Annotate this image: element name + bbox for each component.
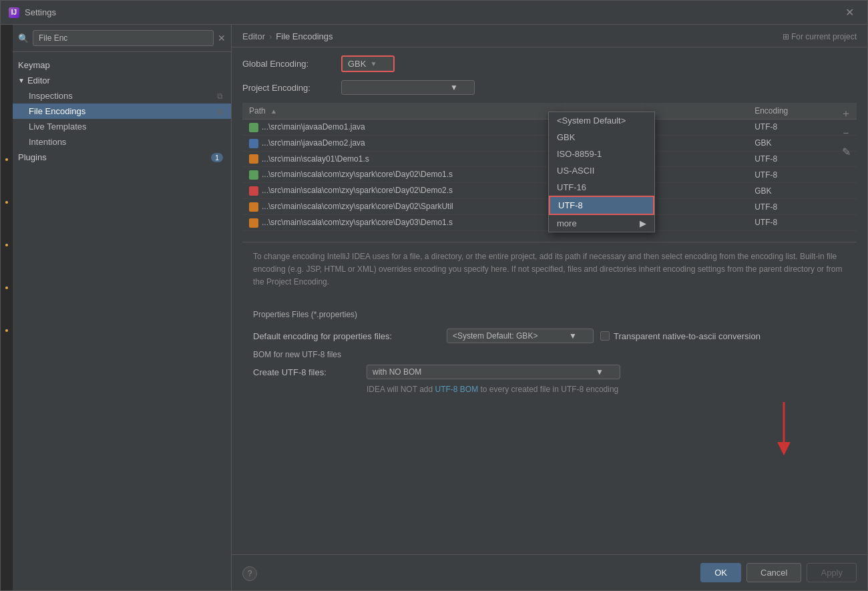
file-icon-green-2	[249, 170, 258, 180]
bom-label: BOM for new UTF-8 files	[253, 350, 846, 359]
marker-2	[5, 201, 8, 204]
search-clear-button[interactable]: ✕	[218, 33, 226, 43]
sidebar: 🔍 ✕ Keymap ▼ Editor Inspections ⧉ File E…	[13, 25, 232, 590]
dropdown-option-gbk[interactable]: GBK	[549, 129, 654, 146]
cancel-button[interactable]: Cancel	[746, 563, 801, 582]
dropdown-arrow-icon: ▼	[370, 60, 377, 67]
app-icon: IJ	[9, 7, 19, 18]
main-content: 🔍 ✕ Keymap ▼ Editor Inspections ⧉ File E…	[1, 25, 867, 590]
project-encoding-dropdown[interactable]: ▼	[341, 80, 475, 95]
sidebar-item-keymap-label: Keymap	[18, 60, 50, 70]
properties-encoding-label: Default encoding for properties files:	[253, 331, 440, 341]
global-encoding-value: GBK	[348, 59, 366, 69]
ok-label: OK	[714, 568, 727, 578]
remove-row-button[interactable]: －	[838, 125, 854, 142]
bom-dropdown[interactable]: with NO BOM ▼	[367, 365, 620, 379]
table-actions: ＋ － ✎	[835, 103, 857, 162]
file-icon-orange-2	[249, 202, 258, 212]
encoding-dropdown-menu: <System Default> GBK ISO-8859-1 US-ASCII…	[548, 112, 655, 232]
cancel-label: Cancel	[761, 568, 787, 578]
sidebar-live-templates-label: Live Templates	[29, 122, 86, 132]
breadcrumb-current: File Encodings	[276, 31, 333, 41]
sidebar-file-encodings-label: File Encodings	[29, 106, 85, 116]
arrow-indicator	[774, 399, 794, 461]
sidebar-item-keymap[interactable]: Keymap	[13, 57, 231, 73]
sidebar-item-plugins[interactable]: Plugins 1	[13, 150, 231, 165]
transparent-checkbox-row: Transparent native-to-ascii conversion	[600, 331, 761, 341]
sidebar-plugins-label: Plugins	[18, 152, 47, 162]
add-row-button[interactable]: ＋	[838, 106, 854, 122]
dropdown-option-usascii[interactable]: US-ASCII	[549, 162, 654, 179]
file-icon-orange-3	[249, 218, 258, 228]
title-bar: IJ Settings ✕	[1, 1, 867, 25]
close-button[interactable]: ✕	[840, 3, 859, 21]
sidebar-tree: Keymap ▼ Editor Inspections ⧉ File Encod…	[13, 52, 231, 590]
file-icon-red	[249, 186, 258, 196]
search-bar: 🔍 ✕	[13, 25, 231, 52]
description-text: To change encoding IntelliJ IDEA uses fo…	[242, 242, 857, 297]
properties-encoding-row: Default encoding for properties files: <…	[242, 325, 857, 347]
search-input[interactable]	[33, 30, 214, 46]
bom-create-label: Create UTF-8 files:	[253, 367, 360, 377]
sidebar-item-editor[interactable]: ▼ Editor	[13, 73, 231, 88]
dialog-title: Settings	[25, 7, 840, 17]
edit-row-button[interactable]: ✎	[838, 144, 854, 160]
dropdown-option-system-default[interactable]: <System Default>	[549, 112, 654, 129]
sidebar-item-intentions[interactable]: Intentions	[13, 134, 231, 150]
sidebar-inspections-label: Inspections	[29, 91, 73, 101]
breadcrumb-editor: Editor	[242, 31, 265, 41]
panel-header: Editor › File Encodings ⊞ For current pr…	[232, 25, 867, 47]
settings-dialog: IJ Settings ✕ 🔍 ✕ Keymap	[0, 0, 868, 591]
sidebar-intentions-label: Intentions	[29, 137, 66, 147]
sidebar-item-editor-label: Editor	[27, 75, 50, 85]
right-panel: Editor › File Encodings ⊞ For current pr…	[232, 25, 867, 590]
bom-value: with NO BOM	[373, 367, 421, 377]
dropdown-option-iso[interactable]: ISO-8859-1	[549, 146, 654, 162]
bottom-bar: ? OK Cancel Apply	[232, 554, 867, 590]
project-dropdown-arrow: ▼	[450, 83, 458, 92]
copy-icon-file-encodings: ⧉	[217, 107, 223, 116]
copy-icon-inspections: ⧉	[217, 91, 223, 101]
properties-section-label: Properties Files (*.properties)	[242, 310, 857, 319]
apply-button[interactable]: Apply	[807, 563, 857, 582]
project-encoding-row: Project Encoding: ▼	[242, 80, 857, 95]
bom-dropdown-arrow: ▼	[596, 367, 604, 377]
sidebar-item-file-encodings[interactable]: File Encodings ⧉	[13, 104, 231, 119]
more-arrow-icon: ▶	[640, 218, 646, 228]
apply-label: Apply	[821, 568, 843, 578]
transparent-label: Transparent native-to-ascii conversion	[614, 331, 761, 341]
file-icon-orange	[249, 154, 258, 164]
help-label: ?	[248, 569, 252, 578]
plugins-badge: 1	[211, 153, 223, 162]
marker-1	[5, 158, 8, 161]
prop-dropdown-arrow: ▼	[569, 331, 577, 341]
help-button[interactable]: ?	[242, 566, 257, 581]
bom-section: BOM for new UTF-8 files Create UTF-8 fil…	[242, 350, 857, 394]
current-project-button[interactable]: ⊞ For current project	[783, 32, 857, 41]
ok-button[interactable]: OK	[700, 563, 741, 582]
dropdown-option-more[interactable]: more ▶	[549, 215, 654, 232]
transparent-checkbox[interactable]	[600, 331, 610, 341]
current-project-label: ⊞ For current project	[783, 32, 857, 41]
bom-note-after: to every created file in UTF-8 encoding	[478, 385, 618, 394]
sidebar-item-live-templates[interactable]: Live Templates	[13, 119, 231, 134]
properties-encoding-dropdown[interactable]: <System Default: GBK> ▼	[447, 329, 594, 343]
sort-arrow-icon: ▲	[270, 108, 277, 115]
svg-marker-1	[777, 442, 791, 455]
bom-note-before: IDEA will NOT add	[367, 385, 435, 394]
properties-encoding-value: <System Default: GBK>	[453, 331, 537, 341]
dropdown-option-utf8[interactable]: UTF-8	[549, 196, 654, 215]
global-encoding-label: Global Encoding:	[242, 59, 336, 69]
breadcrumb-separator: ›	[269, 31, 272, 41]
dropdown-option-utf16[interactable]: UTF-16	[549, 179, 654, 196]
bom-note-link[interactable]: UTF-8 BOM	[435, 385, 478, 394]
search-icon: 🔍	[18, 33, 29, 43]
global-encoding-dropdown[interactable]: GBK ▼	[341, 55, 395, 72]
sidebar-item-inspections[interactable]: Inspections ⧉	[13, 88, 231, 104]
path-column-header[interactable]: Path ▲	[242, 103, 748, 120]
marker-5	[5, 329, 8, 332]
bom-create-row: Create UTF-8 files: with NO BOM ▼	[253, 365, 846, 379]
file-icon-green	[249, 123, 258, 132]
left-markers	[1, 25, 13, 590]
marker-4	[5, 286, 8, 289]
